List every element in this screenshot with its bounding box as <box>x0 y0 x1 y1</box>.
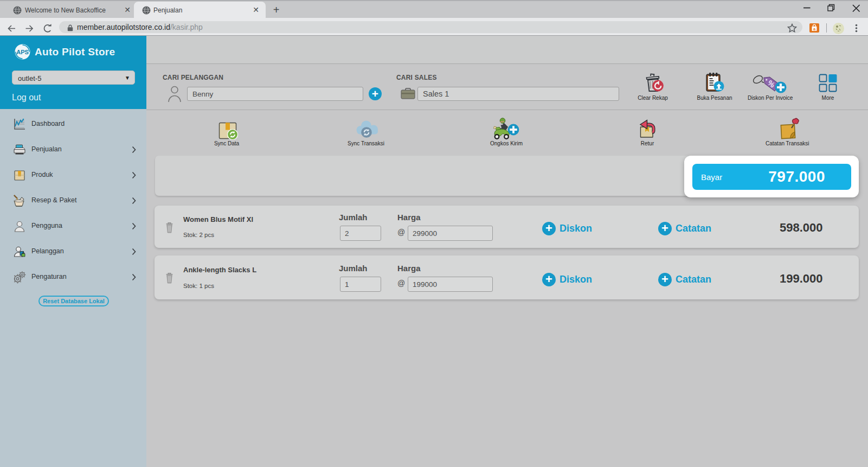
svg-text:APS: APS <box>16 49 29 55</box>
